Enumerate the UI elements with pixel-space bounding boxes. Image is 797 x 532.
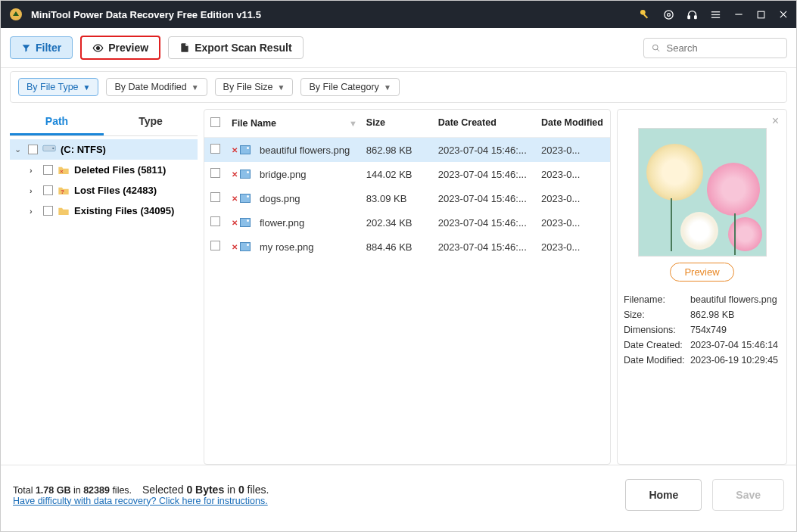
svg-rect-9 xyxy=(711,17,720,17)
deleted-mark-icon: ✕ xyxy=(232,170,238,179)
checkbox[interactable] xyxy=(210,216,220,226)
checkbox[interactable] xyxy=(210,144,220,154)
filter-file-type[interactable]: By File Type▼ xyxy=(18,78,98,96)
filter-file-category[interactable]: By File Category▼ xyxy=(300,78,399,96)
checkbox[interactable] xyxy=(210,192,220,202)
preview-open-button[interactable]: Preview xyxy=(670,263,733,282)
file-name: dogs.png xyxy=(260,193,300,204)
tree-item-deleted[interactable]: › × Deleted Files (5811) xyxy=(10,160,198,180)
tree-root[interactable]: ⌄ (C: NTFS) xyxy=(10,139,198,160)
chevron-down-icon: ▼ xyxy=(83,83,91,92)
table-row[interactable]: ✕my rose.png884.46 KB2023-07-04 15:46:..… xyxy=(204,235,610,259)
home-button[interactable]: Home xyxy=(625,479,702,511)
tree-root-label: (C: NTFS) xyxy=(61,144,106,155)
close-icon[interactable] xyxy=(778,9,789,20)
search-input[interactable] xyxy=(666,42,779,54)
file-size: 202.34 KB xyxy=(366,217,438,229)
table-row[interactable]: ✕dogs.png83.09 KB2023-07-04 15:46:...202… xyxy=(204,186,610,210)
menu-icon[interactable] xyxy=(710,9,721,20)
checkbox[interactable] xyxy=(210,168,220,178)
svg-text:×: × xyxy=(60,167,63,174)
image-file-icon xyxy=(240,218,251,227)
caret-right-icon: › xyxy=(30,166,39,175)
app-title: MiniTool Power Data Recovery Free Editio… xyxy=(31,9,639,20)
help-link[interactable]: Have difficulty with data recovery? Clic… xyxy=(13,496,268,506)
meta-date-created: 2023-07-04 15:46:14 xyxy=(690,340,780,350)
svg-point-14 xyxy=(97,46,100,49)
maximize-icon[interactable] xyxy=(756,10,766,20)
svg-rect-6 xyxy=(695,15,697,18)
file-name: my rose.png xyxy=(260,241,314,253)
preview-meta: Filename:beautiful flowers.png Size:862.… xyxy=(624,292,780,368)
svg-point-3 xyxy=(665,10,673,18)
search-icon xyxy=(652,43,660,53)
caret-right-icon: › xyxy=(30,207,39,216)
image-file-icon xyxy=(240,194,251,203)
headphones-icon[interactable] xyxy=(686,9,698,20)
meta-date-modified: 2023-06-19 10:29:45 xyxy=(690,355,780,366)
col-size[interactable]: Size xyxy=(366,117,438,129)
file-date-modified: 2023-0... xyxy=(541,145,604,156)
footer: Total 1.78 GB in 82389 files. Selected 0… xyxy=(1,465,796,524)
save-button[interactable]: Save xyxy=(712,479,784,511)
checkbox[interactable] xyxy=(28,145,38,154)
table-row[interactable]: ✕flower.png202.34 KB2023-07-04 15:46:...… xyxy=(204,210,610,235)
tab-type[interactable]: Type xyxy=(104,109,198,135)
preview-button[interactable]: Preview xyxy=(80,36,160,60)
search-box[interactable] xyxy=(643,38,787,58)
meta-size: 862.98 KB xyxy=(690,310,780,320)
checkbox-all[interactable] xyxy=(210,117,220,127)
minimize-icon[interactable] xyxy=(733,9,744,20)
tree-item-lost[interactable]: › ? Lost Files (42483) xyxy=(10,180,198,201)
file-name: flower.png xyxy=(260,217,304,229)
deleted-mark-icon: ✕ xyxy=(232,194,238,203)
tree-item-existing[interactable]: › Existing Files (34095) xyxy=(10,201,198,221)
file-date-modified: 2023-0... xyxy=(541,193,604,204)
svg-point-4 xyxy=(668,13,671,16)
tree-item-label: Existing Files (34095) xyxy=(74,205,174,216)
titlebar: MiniTool Power Data Recovery Free Editio… xyxy=(1,1,796,28)
filter-date-modified[interactable]: By Date Modified▼ xyxy=(106,78,207,96)
col-name[interactable]: File Name▼ xyxy=(232,117,366,129)
disc-icon[interactable] xyxy=(663,9,674,20)
filter-file-size[interactable]: By File Size▼ xyxy=(215,78,294,96)
checkbox[interactable] xyxy=(43,185,53,195)
app-icon xyxy=(8,7,23,22)
svg-point-15 xyxy=(652,45,658,50)
svg-rect-8 xyxy=(711,14,720,14)
preview-thumbnail xyxy=(638,128,767,257)
export-label: Export Scan Result xyxy=(195,42,291,54)
svg-rect-11 xyxy=(758,11,764,18)
table-row[interactable]: ✕beautiful flowers.png862.98 KB2023-07-0… xyxy=(204,138,610,162)
col-date-modified[interactable]: Date Modified xyxy=(541,117,604,129)
drive-icon xyxy=(42,144,56,155)
svg-point-18 xyxy=(52,148,54,149)
svg-text:?: ? xyxy=(61,188,64,194)
filter-button[interactable]: Filter xyxy=(10,36,73,59)
file-size: 862.98 KB xyxy=(366,145,438,156)
checkbox[interactable] xyxy=(210,241,220,250)
folder-icon xyxy=(58,206,70,216)
key-icon[interactable] xyxy=(639,8,651,20)
filter-label: Filter xyxy=(36,42,61,54)
file-date-modified: 2023-0... xyxy=(541,217,604,229)
checkbox[interactable] xyxy=(43,206,53,216)
tree-item-label: Deleted Files (5811) xyxy=(74,164,166,176)
meta-filename: beautiful flowers.png xyxy=(690,294,780,305)
eye-icon xyxy=(92,42,104,54)
svg-rect-5 xyxy=(688,15,690,18)
image-file-icon xyxy=(240,242,251,251)
col-date-created[interactable]: Date Created xyxy=(438,117,541,129)
file-list: File Name▼ Size Date Created Date Modifi… xyxy=(204,109,611,465)
meta-dimensions: 754x749 xyxy=(690,325,780,335)
svg-line-16 xyxy=(657,48,659,51)
svg-rect-2 xyxy=(643,14,648,18)
deleted-mark-icon: ✕ xyxy=(232,219,238,227)
checkbox[interactable] xyxy=(43,165,53,175)
export-icon xyxy=(179,42,190,53)
table-row[interactable]: ✕bridge.png144.02 KB2023-07-04 15:46:...… xyxy=(204,162,610,186)
tab-path[interactable]: Path xyxy=(10,109,104,135)
export-button[interactable]: Export Scan Result xyxy=(168,36,303,59)
close-preview-icon[interactable]: × xyxy=(772,114,779,128)
tree-item-label: Lost Files (42483) xyxy=(74,185,157,196)
